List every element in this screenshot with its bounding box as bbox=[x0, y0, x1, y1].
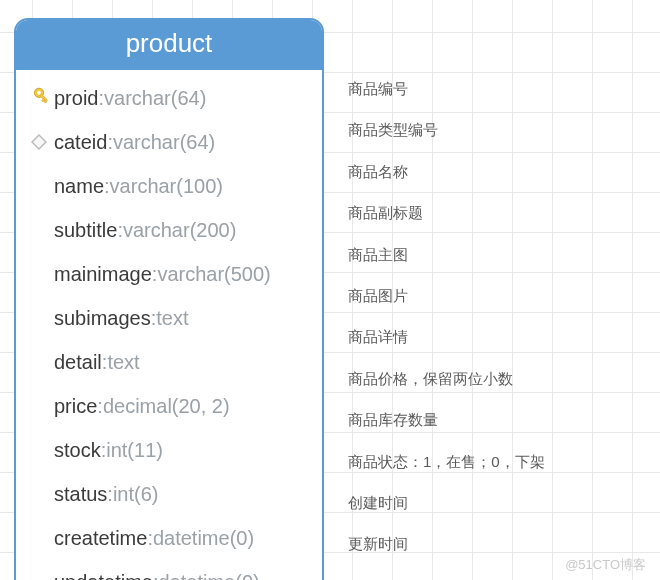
column-name: detail bbox=[54, 343, 102, 381]
entity-table: product proid: varchar(64)cateid: varcha… bbox=[14, 18, 324, 580]
primary-key-icon bbox=[28, 87, 50, 109]
column-type: decimal(20, 2) bbox=[103, 387, 230, 425]
svg-marker-5 bbox=[32, 135, 46, 149]
column-description: 商品主图 bbox=[348, 244, 648, 285]
column-row: mainimage: varchar(500) bbox=[16, 252, 322, 296]
column-row: stock: int(11) bbox=[16, 428, 322, 472]
foreign-key-icon bbox=[31, 134, 47, 150]
column-name: cateid bbox=[54, 123, 107, 161]
column-row: createtime: datetime(0) bbox=[16, 516, 322, 560]
column-type: varchar(100) bbox=[110, 167, 223, 205]
column-row: updatetime: datetime(0) bbox=[16, 560, 322, 580]
key-icon-slot bbox=[24, 306, 54, 330]
column-type: int(11) bbox=[106, 431, 163, 469]
column-type: text bbox=[107, 343, 139, 381]
column-row: subimages: text bbox=[16, 296, 322, 340]
column-description: 商品库存数量 bbox=[348, 409, 648, 450]
column-type: text bbox=[156, 299, 188, 337]
column-type: int(6) bbox=[113, 475, 159, 513]
key-icon-slot bbox=[24, 526, 54, 550]
column-description: 创建时间 bbox=[348, 492, 648, 533]
column-row: status: int(6) bbox=[16, 472, 322, 516]
column-type: datetime(0) bbox=[153, 519, 254, 557]
column-name: price bbox=[54, 387, 97, 425]
column-type: varchar(64) bbox=[113, 123, 215, 161]
column-name: name bbox=[54, 167, 104, 205]
column-name: updatetime bbox=[54, 563, 153, 580]
column-name: stock bbox=[54, 431, 101, 469]
column-row: detail: text bbox=[16, 340, 322, 384]
column-description: 商品副标题 bbox=[348, 202, 648, 243]
key-icon-slot bbox=[24, 394, 54, 418]
column-description: 商品状态：1，在售；0，下架 bbox=[348, 451, 648, 492]
column-description: 商品详情 bbox=[348, 326, 648, 367]
column-type: datetime(0) bbox=[159, 563, 260, 580]
entity-title: product bbox=[16, 20, 322, 70]
column-row: name: varchar(100) bbox=[16, 164, 322, 208]
key-icon-slot bbox=[24, 262, 54, 286]
column-row: price: decimal(20, 2) bbox=[16, 384, 322, 428]
column-description: 商品类型编号 bbox=[348, 119, 648, 160]
entity-columns: proid: varchar(64)cateid: varchar(64)nam… bbox=[16, 70, 322, 580]
column-description: 商品图片 bbox=[348, 285, 648, 326]
key-icon-slot bbox=[24, 86, 54, 110]
column-name: status bbox=[54, 475, 107, 513]
column-type: varchar(64) bbox=[104, 79, 206, 117]
column-row: proid: varchar(64) bbox=[16, 76, 322, 120]
key-icon-slot bbox=[24, 570, 54, 580]
key-icon-slot bbox=[24, 218, 54, 242]
key-icon-slot bbox=[24, 130, 54, 154]
column-description: 商品价格，保留两位小数 bbox=[348, 368, 648, 409]
watermark-text: @51CTO博客 bbox=[565, 556, 646, 574]
column-type: varchar(500) bbox=[157, 255, 270, 293]
column-name: subtitle bbox=[54, 211, 117, 249]
key-icon-slot bbox=[24, 482, 54, 506]
column-type: varchar(200) bbox=[123, 211, 236, 249]
key-icon-slot bbox=[24, 438, 54, 462]
column-descriptions: 商品编号商品类型编号商品名称商品副标题商品主图商品图片商品详情商品价格，保留两位… bbox=[348, 78, 648, 575]
column-row: subtitle: varchar(200) bbox=[16, 208, 322, 252]
column-name: mainimage bbox=[54, 255, 152, 293]
column-name: subimages bbox=[54, 299, 151, 337]
column-name: proid bbox=[54, 79, 98, 117]
key-icon-slot bbox=[24, 174, 54, 198]
column-row: cateid: varchar(64) bbox=[16, 120, 322, 164]
key-icon-slot bbox=[24, 350, 54, 374]
column-description: 商品编号 bbox=[348, 78, 648, 119]
column-description: 商品名称 bbox=[348, 161, 648, 202]
column-name: createtime bbox=[54, 519, 147, 557]
